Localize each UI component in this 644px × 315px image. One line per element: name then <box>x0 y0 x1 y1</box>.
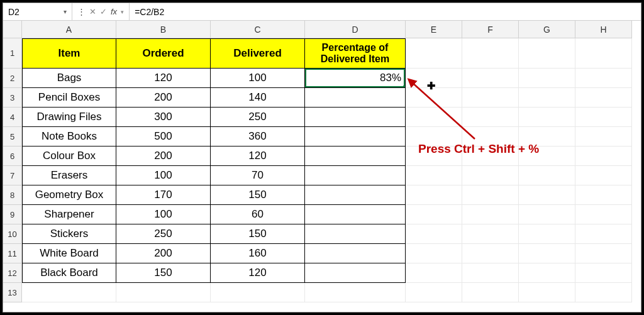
cancel-icon[interactable]: ✕ <box>89 7 96 16</box>
cell-item[interactable]: Erasers <box>22 166 116 185</box>
cell-delivered[interactable]: 150 <box>211 224 305 244</box>
column-header[interactable]: E <box>406 21 462 38</box>
cell-item[interactable]: Drawing Files <box>22 108 116 127</box>
row-header[interactable]: 9 <box>3 205 22 224</box>
cell-percentage[interactable] <box>305 127 406 146</box>
fill-handle[interactable] <box>403 86 406 88</box>
cell-empty[interactable] <box>406 127 462 146</box>
cell-empty[interactable] <box>462 205 519 224</box>
cell-ordered[interactable]: 120 <box>116 69 211 88</box>
cell-empty[interactable] <box>305 283 406 302</box>
cell-percentage[interactable] <box>305 205 406 224</box>
cell-empty[interactable] <box>519 224 575 244</box>
cell-ordered[interactable]: 300 <box>116 108 211 127</box>
cell-empty[interactable] <box>406 38 462 69</box>
cell-item[interactable]: Black Board <box>22 263 116 283</box>
row-header[interactable]: 6 <box>3 146 22 166</box>
cell-ordered[interactable]: 170 <box>116 185 211 205</box>
formula-input[interactable]: =C2/B2 <box>130 3 641 20</box>
row-header[interactable]: 1 <box>3 38 22 69</box>
cell-empty[interactable] <box>575 185 632 205</box>
cell-percentage[interactable] <box>305 166 406 185</box>
accept-icon[interactable]: ✓ <box>100 7 107 16</box>
cell-item[interactable]: Sharpener <box>22 205 116 224</box>
name-box[interactable]: D2 ▾ <box>3 3 72 20</box>
cell-empty[interactable] <box>575 166 632 185</box>
row-header[interactable]: 7 <box>3 166 22 185</box>
fx-icon[interactable]: fx <box>111 7 117 16</box>
cell-empty[interactable] <box>519 263 575 283</box>
row-header[interactable]: 12 <box>3 263 22 283</box>
chevron-down-icon[interactable]: ▾ <box>64 8 67 15</box>
cell-header-percentage[interactable]: Percentage of Delivered Item <box>305 38 406 69</box>
cell-empty[interactable] <box>575 244 632 263</box>
cell-empty[interactable] <box>406 69 462 88</box>
row-header[interactable]: 10 <box>3 224 22 244</box>
cell-item[interactable]: Note Books <box>22 127 116 146</box>
column-header[interactable]: G <box>519 21 575 38</box>
cell-empty[interactable] <box>406 283 462 302</box>
cell-empty[interactable] <box>519 185 575 205</box>
cell-percentage[interactable] <box>305 146 406 166</box>
cell-item[interactable]: Pencil Boxes <box>22 88 116 108</box>
cell-item[interactable]: White Board <box>22 244 116 263</box>
cell-empty[interactable] <box>406 88 462 108</box>
cell-percentage[interactable] <box>305 244 406 263</box>
cell-empty[interactable] <box>575 146 632 166</box>
column-header[interactable]: A <box>22 21 116 38</box>
cell-empty[interactable] <box>575 38 632 69</box>
cell-empty[interactable] <box>406 263 462 283</box>
cell-item[interactable]: Geometry Box <box>22 185 116 205</box>
column-header[interactable]: H <box>575 21 632 38</box>
cell-percentage[interactable] <box>305 108 406 127</box>
cell-empty[interactable] <box>575 127 632 146</box>
cell-empty[interactable] <box>519 166 575 185</box>
cell-percentage-selected[interactable]: 83% <box>305 69 406 88</box>
cell-empty[interactable] <box>22 283 116 302</box>
cell-delivered[interactable]: 100 <box>211 69 305 88</box>
cell-empty[interactable] <box>519 127 575 146</box>
cell-empty[interactable] <box>406 244 462 263</box>
cell-delivered[interactable]: 250 <box>211 108 305 127</box>
row-header[interactable]: 2 <box>3 69 22 88</box>
cell-ordered[interactable]: 100 <box>116 166 211 185</box>
cell-percentage[interactable] <box>305 263 406 283</box>
row-header[interactable]: 5 <box>3 127 22 146</box>
row-header[interactable]: 4 <box>3 108 22 127</box>
column-header[interactable]: C <box>211 21 305 38</box>
cell-empty[interactable] <box>406 166 462 185</box>
cell-empty[interactable] <box>462 185 519 205</box>
cell-ordered[interactable]: 200 <box>116 88 211 108</box>
cell-percentage[interactable] <box>305 88 406 108</box>
cell-empty[interactable] <box>211 283 305 302</box>
column-header[interactable]: B <box>116 21 211 38</box>
cell-delivered[interactable]: 70 <box>211 166 305 185</box>
cell-empty[interactable] <box>462 244 519 263</box>
cell-empty[interactable] <box>406 185 462 205</box>
cell-empty[interactable] <box>462 108 519 127</box>
cell-empty[interactable] <box>462 166 519 185</box>
cell-delivered[interactable]: 120 <box>211 263 305 283</box>
cell-item[interactable]: Colour Box <box>22 146 116 166</box>
row-header[interactable]: 3 <box>3 88 22 108</box>
row-header[interactable]: 13 <box>3 283 22 302</box>
cell-header-delivered[interactable]: Delivered <box>211 38 305 69</box>
cell-empty[interactable] <box>462 88 519 108</box>
cell-empty[interactable] <box>519 108 575 127</box>
column-header[interactable]: F <box>462 21 519 38</box>
cell-delivered[interactable]: 60 <box>211 205 305 224</box>
cell-empty[interactable] <box>575 205 632 224</box>
cell-empty[interactable] <box>519 38 575 69</box>
cell-empty[interactable] <box>575 283 632 302</box>
cell-item[interactable]: Stickers <box>22 224 116 244</box>
cell-empty[interactable] <box>519 283 575 302</box>
cell-empty[interactable] <box>519 244 575 263</box>
cell-ordered[interactable]: 150 <box>116 263 211 283</box>
cell-ordered[interactable]: 250 <box>116 224 211 244</box>
cell-empty[interactable] <box>406 224 462 244</box>
cell-percentage[interactable] <box>305 185 406 205</box>
cell-percentage[interactable] <box>305 224 406 244</box>
cell-ordered[interactable]: 200 <box>116 244 211 263</box>
cell-empty[interactable] <box>519 146 575 166</box>
cell-empty[interactable] <box>519 69 575 88</box>
